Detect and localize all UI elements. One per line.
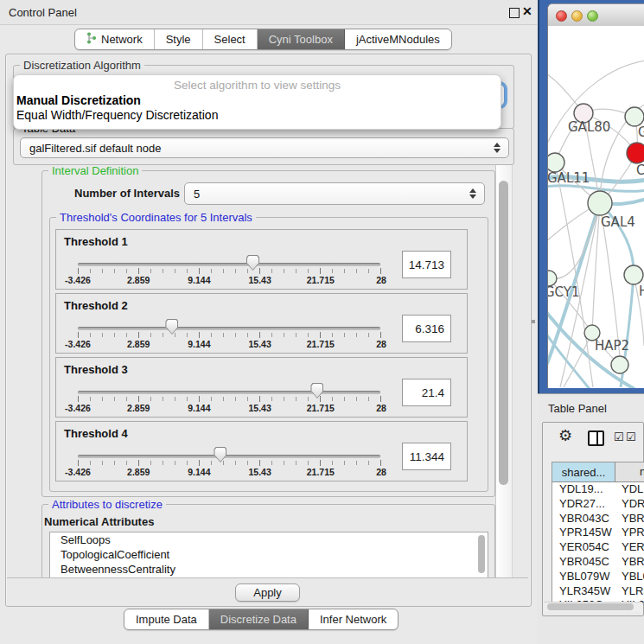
table-body: YDL19...YDL19...YDR27...YDR27...YBR043CY…	[552, 482, 644, 603]
network-node-GAL11[interactable]	[548, 153, 564, 172]
right-column: GAL80GACGAL11GAL4GCY1HHAP2 Table Panel ⚙…	[538, 0, 644, 644]
table-cell[interactable]: YBL079W	[552, 570, 615, 584]
table-row[interactable]: YDR27...YDR27...	[552, 497, 644, 512]
tick-label: 2.859	[127, 275, 150, 285]
threshold-3-value-field[interactable]: 21.4	[402, 379, 451, 406]
tick-label: 28	[376, 339, 386, 349]
table-cell[interactable]: YER054C	[615, 540, 644, 555]
popup-item-equal-width-frequency[interactable]: Equal Width/Frequency Discretization	[16, 108, 218, 122]
close-traffic-light-icon[interactable]	[556, 10, 567, 22]
network-node-H-right[interactable]	[624, 265, 643, 284]
network-window-frame: GAL80GACGAL11GAL4GCY1HHAP2	[538, 0, 644, 393]
settings-scrollbar-track[interactable]	[495, 165, 513, 577]
network-node-bottom-node[interactable]	[611, 356, 628, 373]
network-canvas[interactable]: GAL80GACGAL11GAL4GCY1HHAP2	[548, 26, 644, 388]
apply-button[interactable]: Apply	[235, 583, 300, 602]
settings-scrollbar-thumb[interactable]	[499, 181, 508, 485]
network-node-red-node[interactable]	[627, 143, 644, 163]
tab-label: Discretize Data	[220, 613, 296, 626]
network-edge[interactable]	[548, 186, 644, 192]
threshold-2-box: Threshold 2 -3.4262.8599.14415.4321.7152…	[55, 293, 468, 354]
table-hscrollbar-track[interactable]	[544, 602, 642, 612]
table-row[interactable]: YDL19...YDL19...	[552, 482, 644, 497]
threshold-1-value-field[interactable]: 14.713	[402, 251, 451, 278]
threshold-2-value-field[interactable]: 6.316	[402, 315, 451, 342]
table-cell[interactable]: YBR043C	[615, 512, 644, 526]
table-cell[interactable]: YDL19...	[615, 482, 644, 497]
columns-icon[interactable]	[588, 430, 604, 446]
tab-select[interactable]: Select	[203, 29, 258, 49]
column-header-name[interactable]: name	[615, 462, 644, 481]
numerical-attributes-list[interactable]: SelfLoopsTopologicalCoefficientBetweenne…	[49, 532, 488, 579]
tab-jactivemnodules[interactable]: jActiveMNodules	[345, 29, 451, 49]
tick-label: 9.144	[188, 403, 210, 413]
float-window-icon[interactable]	[509, 8, 520, 18]
table-row[interactable]: YLR345WYLR345W	[552, 584, 644, 599]
tick-label: 2.859	[127, 339, 150, 349]
network-graph[interactable]: GAL80GACGAL11GAL4GCY1HHAP2	[548, 26, 644, 388]
network-window-titlebar[interactable]	[548, 4, 644, 27]
tick-label: -3.426	[65, 403, 91, 413]
minimize-traffic-light-icon[interactable]	[571, 10, 583, 22]
algorithm-popup: Select algorithm to view settings Manual…	[13, 74, 501, 130]
attribute-item[interactable]: TopologicalCoefficient	[50, 547, 488, 562]
splitter-handle[interactable]	[532, 320, 535, 323]
table-row[interactable]: YER054CYER054C	[552, 540, 644, 555]
tick-label: 21.715	[307, 403, 335, 413]
tick-label: 15.43	[248, 275, 271, 285]
table-cell[interactable]: YBR045C	[552, 555, 615, 570]
attribute-item[interactable]: BetweennessCentrality	[50, 562, 488, 577]
network-node-GAL-right[interactable]	[625, 107, 644, 126]
table-row[interactable]: YBL079WYBL079W	[552, 570, 644, 584]
popup-item-manual-discretization[interactable]: Manual Discretization	[16, 93, 141, 107]
table-cell[interactable]: YER054C	[552, 540, 615, 555]
table-cell[interactable]: YLR345W	[552, 584, 615, 599]
table-hscrollbar-thumb[interactable]	[547, 603, 634, 610]
tab-label: Cyni Toolbox	[269, 33, 333, 46]
tab-cyni-toolbox[interactable]: Cyni Toolbox	[258, 29, 345, 49]
table-cell[interactable]: YDR27...	[615, 497, 644, 512]
bottom-tab-bar: Impute Data Discretize Data Infer Networ…	[124, 609, 399, 630]
table-cell[interactable]: YPR145W	[615, 526, 644, 540]
threshold-4-slider-track[interactable]	[78, 455, 380, 458]
tab-infer-network[interactable]: Infer Network	[309, 609, 398, 629]
gear-icon[interactable]: ⚙	[558, 428, 572, 443]
table-cell[interactable]: YDR27...	[552, 497, 615, 512]
network-node-label: HAP2	[595, 338, 629, 354]
threshold-1-slider-track[interactable]	[78, 263, 380, 266]
network-node-label: GAL11	[548, 170, 590, 186]
tab-impute-data[interactable]: Impute Data	[124, 609, 209, 629]
attributes-list-scrollbar[interactable]	[478, 535, 485, 573]
table-cell[interactable]: YBR043C	[552, 512, 615, 526]
tab-network[interactable]: Network	[75, 29, 155, 49]
table-data-selected-value: galFiltered.sif default node	[21, 142, 161, 155]
tab-discretize-data[interactable]: Discretize Data	[209, 609, 309, 629]
table-cell[interactable]: YBL079W	[615, 570, 644, 584]
table-row[interactable]: YBR043CYBR043C	[552, 512, 644, 526]
network-edge[interactable]	[564, 333, 592, 387]
threshold-3-slider-track[interactable]	[78, 391, 380, 394]
table-cell[interactable]: YDL19...	[552, 482, 615, 497]
network-node-GAL4[interactable]	[588, 191, 612, 215]
tick-label: 2.859	[127, 403, 150, 413]
tick-label: 2.859	[127, 467, 150, 477]
checkbox-icon[interactable]: ☑	[614, 431, 624, 443]
number-of-intervals-select[interactable]: 5	[184, 182, 485, 205]
zoom-traffic-light-icon[interactable]	[587, 10, 598, 22]
table-row[interactable]: YBR045CYBR045C	[552, 555, 644, 570]
close-icon[interactable]: ✕	[522, 4, 532, 18]
attribute-item[interactable]: SelfLoops	[50, 532, 488, 547]
slider-ticks	[78, 268, 381, 274]
checkbox-icon[interactable]: ☑	[626, 431, 636, 443]
table-cell[interactable]: YLR345W	[615, 584, 644, 599]
slider-tick-labels: -3.4262.8599.14415.4321.71528	[78, 467, 381, 477]
threshold-4-value-field[interactable]: 11.344	[402, 443, 451, 470]
table-cell[interactable]: YBR045C	[615, 555, 644, 570]
tab-style[interactable]: Style	[155, 29, 203, 49]
table-cell[interactable]: YPR145W	[552, 526, 615, 540]
threshold-2-slider-track[interactable]	[78, 327, 380, 330]
column-header-shared-name[interactable]: shared...	[552, 462, 615, 481]
slider-ticks	[78, 332, 381, 338]
table-data-select[interactable]: galFiltered.sif default node	[20, 137, 509, 158]
table-row[interactable]: YPR145WYPR145W	[552, 526, 644, 540]
